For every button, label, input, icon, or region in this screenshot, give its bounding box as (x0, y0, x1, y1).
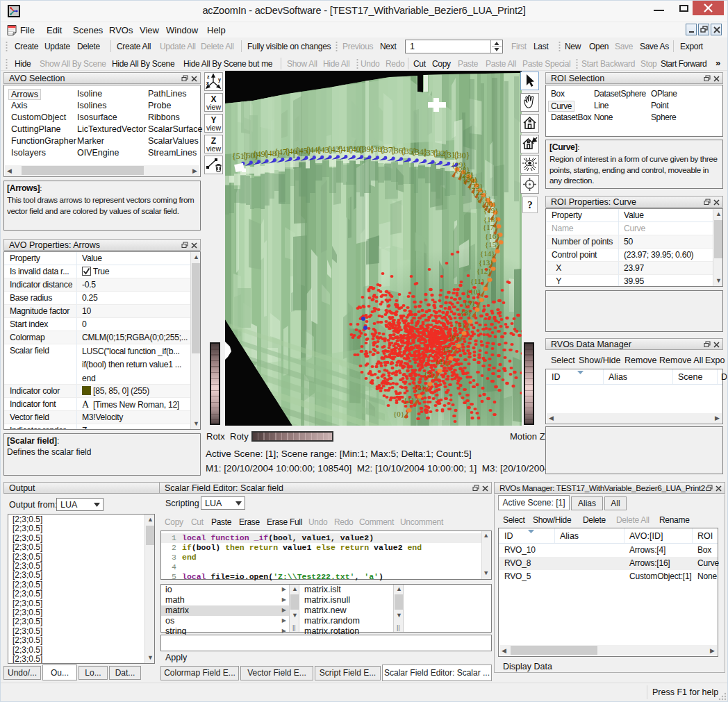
svg-text:{17}: {17} (483, 223, 498, 231)
svg-text:y: y (218, 77, 221, 83)
svg-text:{2}: {2} (414, 383, 425, 392)
svg-text:{9}: {9} (464, 299, 475, 307)
svg-text:{10}: {10} (466, 287, 481, 296)
svg-text:{15}: {15} (485, 240, 500, 249)
svg-text:{26}: {26} (463, 175, 478, 183)
svg-text:{0}: {0} (393, 410, 404, 418)
svg-text:{16}: {16} (485, 232, 500, 240)
svg-text:{8}: {8} (461, 308, 472, 317)
svg-text:{3}: {3} (424, 370, 435, 378)
svg-text:{6}: {6} (448, 333, 459, 341)
svg-text:{30}: {30} (454, 151, 470, 160)
svg-text:{11}: {11} (470, 277, 485, 285)
svg-text:{7}: {7} (454, 321, 465, 329)
svg-text:{14}: {14} (480, 249, 495, 258)
svg-text:{12}: {12} (477, 267, 492, 275)
svg-text:{5}: {5} (442, 345, 454, 353)
svg-text:{19}: {19} (483, 206, 499, 215)
svg-text:{1}: {1} (404, 396, 415, 404)
svg-text:{13}: {13} (479, 258, 494, 267)
svg-text:{4}: {4} (435, 358, 446, 366)
svg-text:z: z (207, 74, 210, 79)
svg-text:x: x (206, 81, 209, 85)
